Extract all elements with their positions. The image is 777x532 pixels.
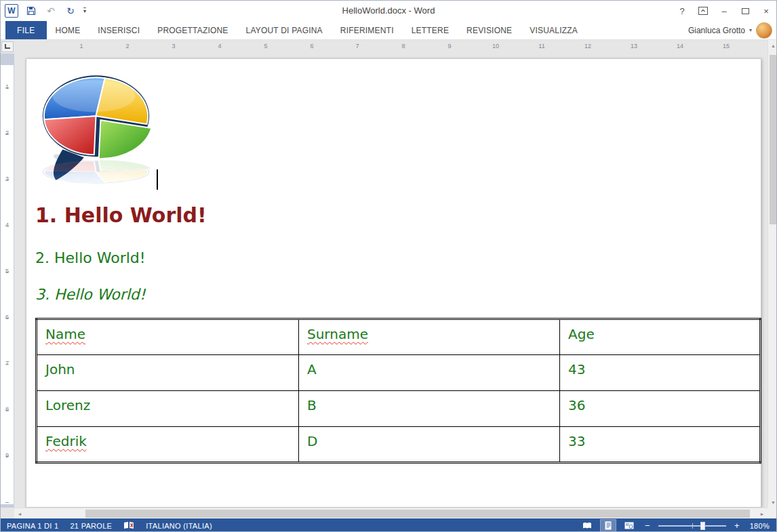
zoom-level[interactable]: 180% [748,522,770,530]
cell-text: B [307,397,317,413]
ruler-number: 15 [720,43,732,49]
ruler-number: 11 [536,43,548,49]
scroll-left-icon[interactable]: ◄ [14,508,25,519]
vertical-ruler[interactable]: 1 2 3 4 5 6 7 8 9 [1,54,14,508]
ruler-number: 12 [582,43,594,49]
tab-stop-selector[interactable] [1,41,14,52]
text-cursor [157,169,158,190]
table-row: John A 43 [37,355,761,391]
zoom-slider-track[interactable] [658,525,726,527]
table-cell[interactable]: 33 [560,427,761,463]
heading-2[interactable]: 2. Hello World! [35,249,146,266]
ruler-number: 13 [628,43,640,49]
zoom-in-button[interactable]: + [732,520,742,531]
ruler-number: 5 [260,43,272,49]
ruler-number: 4 [2,222,12,228]
cell-text: Age [568,326,595,342]
table-cell[interactable]: 43 [560,355,761,391]
ruler-number: 4 [214,43,226,49]
table-cell[interactable]: John [37,355,299,391]
table-cell[interactable]: Lorenz [37,391,299,427]
pie-chart-logo-image[interactable] [37,67,154,189]
tab-lettere[interactable]: LETTERE [403,21,458,39]
ruler-number: 2 [121,43,134,49]
ruler-number: 7 [2,360,12,367]
tab-layout-di-pagina[interactable]: LAYOUT DI PAGINA [237,21,332,39]
table-row: Lorenz B 36 [37,391,761,427]
status-bar: PAGINA 1 DI 1 21 PAROLE ITALIANO (ITALIA… [1,518,776,532]
ruler-number: 1 [75,43,87,49]
ruler-number: 8 [2,406,12,413]
account-area[interactable]: Gianluca Grotto ▾ [688,21,776,39]
ribbon-options-icon [698,7,708,15]
word-window: W ↶ ↻ ▾ HelloWorld.docx - Word ? – [0,0,777,532]
vertical-scrollbar-thumb[interactable] [770,55,777,224]
horizontal-scrollbar-thumb[interactable] [85,510,750,518]
help-button[interactable]: ? [677,6,687,16]
heading-3[interactable]: 3. Hello World! [35,286,146,303]
window-controls: ? – × [677,1,771,21]
tab-inserisci[interactable]: INSERISCI [89,21,148,39]
maximize-restore-button[interactable] [740,8,750,14]
user-name[interactable]: Gianluca Grotto [688,26,745,35]
status-left: PAGINA 1 DI 1 21 PAROLE ITALIANO (ITALIA… [1,521,212,531]
word-count[interactable]: 21 PAROLE [70,522,112,530]
web-layout-button[interactable] [622,520,637,532]
read-mode-button[interactable] [580,520,595,532]
scroll-right-icon[interactable]: ► [757,508,768,519]
cell-text: Lorenz [45,397,90,413]
print-layout-button[interactable] [601,520,616,532]
vertical-scrollbar[interactable]: ▲ ▼ [768,40,777,508]
cell-text: Name [45,326,85,342]
cell-text: John [45,361,75,377]
ruler-number: 1 [2,83,12,90]
table-cell[interactable]: Name [37,319,299,355]
table-row: Fedrik D 33 [37,427,761,463]
ruler-number: 6 [306,43,318,49]
tab-visualizza[interactable]: VISUALIZZA [521,21,586,39]
table-cell[interactable]: D [299,427,560,463]
document-viewport: 1. Hello World! 2. Hello World! 3. Hello… [14,40,768,508]
table-header-row: Name Surname Age [37,319,761,355]
ruler-number: 5 [2,268,12,274]
cell-text: Fedrik [45,433,87,449]
language-indicator[interactable]: ITALIANO (ITALIA) [146,522,212,530]
proofing-errors-icon[interactable] [123,521,134,531]
title-bar: W ↶ ↻ ▾ HelloWorld.docx - Word ? – [1,1,776,21]
cell-text: D [307,433,317,449]
restore-icon [742,8,749,14]
table-cell[interactable]: Age [560,319,761,355]
zoom-out-button[interactable]: − [643,520,652,531]
table-cell[interactable]: 36 [560,391,761,427]
ruler-number: 14 [674,43,686,49]
cell-text: 33 [568,433,585,449]
heading-1[interactable]: 1. Hello World! [35,203,207,227]
table-cell[interactable]: Fedrik [37,427,299,463]
ribbon-display-options-button[interactable] [698,7,708,15]
table-cell[interactable]: A [299,355,560,391]
table-cell[interactable]: B [299,391,560,427]
document-page[interactable]: 1. Hello World! 2. Hello World! 3. Hello… [26,58,761,508]
horizontal-scrollbar[interactable]: ◄ ► [14,508,768,518]
cell-text: 36 [568,397,585,413]
tab-file[interactable]: FILE [5,21,47,39]
zoom-slider-thumb[interactable] [700,522,705,530]
close-button[interactable]: × [761,6,771,16]
document-table: Name Surname Age John A 43 Lorenz B 36 [35,318,761,464]
ruler-number: 6 [2,314,12,321]
tab-riferimenti[interactable]: RIFERIMENTI [332,21,403,39]
status-right: − + 180% [580,520,776,532]
scroll-up-icon[interactable]: ▲ [768,40,777,51]
user-avatar[interactable] [756,22,772,39]
minimize-button[interactable]: – [719,6,729,16]
tab-progettazione[interactable]: PROGETTAZIONE [148,21,237,39]
tab-revisione[interactable]: REVISIONE [458,21,521,39]
table-cell[interactable]: Surname [299,319,560,355]
ruler-number: 9 [443,43,456,49]
page-indicator[interactable]: PAGINA 1 DI 1 [7,522,58,530]
print-layout-icon [604,521,612,530]
scroll-down-icon[interactable]: ▼ [768,497,777,508]
tab-home[interactable]: HOME [47,21,89,39]
ruler-number: 10 [490,43,502,49]
read-mode-icon [582,522,592,529]
